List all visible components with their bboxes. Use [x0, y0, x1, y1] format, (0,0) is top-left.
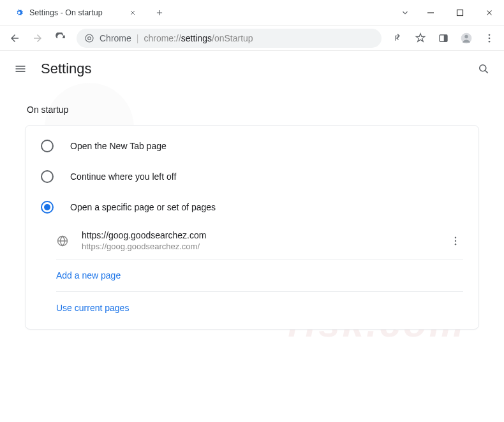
svg-point-3: [88, 36, 91, 40]
use-current-row[interactable]: Use current pages: [56, 292, 463, 324]
svg-rect-1: [457, 10, 463, 15]
svg-point-9: [489, 37, 491, 39]
minimize-button[interactable]: [416, 1, 445, 25]
settings-content: On startup Open the New Tab page Continu…: [0, 87, 504, 340]
menu-button[interactable]: [478, 27, 500, 49]
settings-header: Settings: [0, 51, 504, 87]
search-button[interactable]: [476, 61, 491, 76]
share-button[interactable]: [387, 27, 408, 49]
tab-title: Settings - On startup: [29, 8, 122, 17]
globe-icon: [56, 235, 69, 247]
gear-icon: [14, 8, 24, 18]
address-bar[interactable]: Chrome | chrome://settings/onStartup: [77, 29, 382, 48]
startup-page-name: https://goog.goodsearchez.com: [82, 230, 435, 240]
startup-page-url: https://goog.goodsearchez.com/: [82, 242, 435, 251]
close-window-button[interactable]: [475, 1, 504, 25]
close-tab-button[interactable]: [128, 8, 138, 18]
radio-option-specific[interactable]: Open a specific page or set of pages: [26, 192, 478, 222]
radio-icon: [41, 201, 54, 214]
svg-point-7: [464, 34, 468, 38]
section-label: On startup: [27, 105, 489, 115]
omnibox-url: chrome://settings/onStartup: [144, 33, 253, 44]
profile-button[interactable]: [456, 27, 477, 49]
chevron-down-icon[interactable]: [396, 8, 415, 17]
reload-button[interactable]: [50, 27, 71, 49]
page-more-button[interactable]: [448, 235, 463, 247]
hamburger-menu-button[interactable]: [13, 61, 28, 76]
radio-icon: [41, 140, 54, 152]
svg-point-10: [489, 40, 491, 42]
svg-point-2: [85, 34, 93, 42]
svg-point-14: [455, 240, 456, 241]
omnibox-prefix: Chrome: [100, 33, 131, 43]
browser-toolbar: Chrome | chrome://settings/onStartup: [0, 25, 504, 51]
svg-point-15: [455, 244, 456, 245]
omnibox-divider: |: [137, 33, 139, 43]
radio-label: Open the New Tab page: [70, 141, 167, 151]
radio-label: Open a specific page or set of pages: [70, 202, 216, 212]
back-button[interactable]: [4, 27, 26, 49]
forward-button[interactable]: [27, 27, 48, 49]
radio-icon: [41, 170, 54, 183]
radio-label: Continue where you left off: [70, 171, 176, 182]
use-current-link: Use current pages: [56, 303, 129, 313]
window-titlebar: Settings - On startup: [0, 0, 504, 25]
add-page-row[interactable]: Add a new page: [56, 259, 463, 292]
bookmark-button[interactable]: [410, 27, 431, 49]
svg-rect-5: [444, 34, 447, 41]
add-page-link: Add a new page: [56, 270, 121, 280]
radio-option-continue[interactable]: Continue where you left off: [26, 161, 478, 192]
svg-point-13: [455, 236, 456, 238]
startup-card: Open the New Tab page Continue where you…: [25, 125, 479, 330]
startup-page-row: https://goog.goodsearchez.com https://go…: [56, 222, 463, 259]
svg-point-11: [480, 65, 486, 71]
side-panel-button[interactable]: [433, 27, 454, 49]
startup-pages-list: https://goog.goodsearchez.com https://go…: [56, 222, 463, 324]
browser-tab[interactable]: Settings - On startup: [5, 1, 145, 24]
new-tab-button[interactable]: [151, 4, 168, 22]
svg-point-8: [489, 34, 491, 36]
chrome-icon: [84, 33, 94, 43]
maximize-button[interactable]: [445, 1, 475, 25]
page-title: Settings: [41, 61, 92, 77]
radio-option-newtab[interactable]: Open the New Tab page: [26, 131, 478, 161]
